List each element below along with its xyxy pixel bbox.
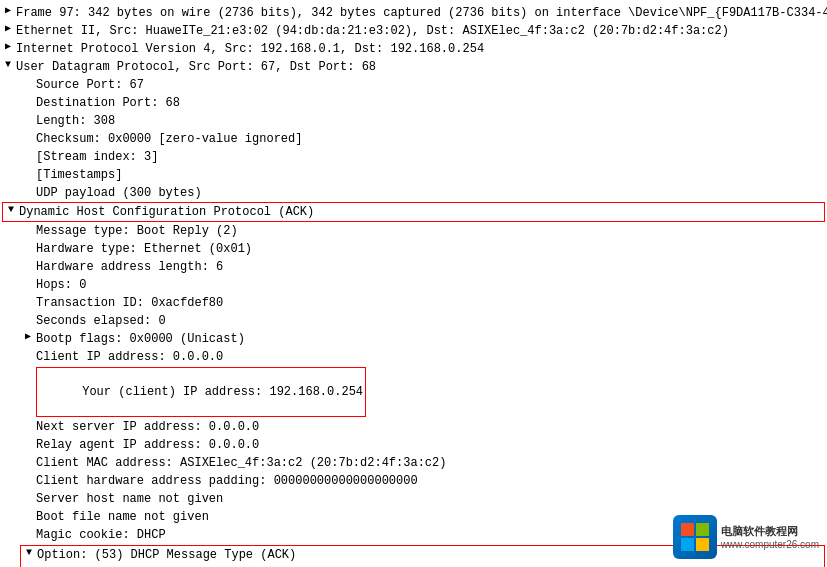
dhcp-section-box: ▼ Dynamic Host Configuration Protocol (A… <box>2 202 825 222</box>
relay-line: ▶ Relay agent IP address: 0.0.0.0 <box>0 436 827 454</box>
your-ip-line: ▶ Your (client) IP address: 192.168.0.25… <box>0 366 827 418</box>
hops-line: ▶ Hops: 0 <box>0 276 827 294</box>
msg-type-line: ▶ Message type: Boot Reply (2) <box>0 222 827 240</box>
timestamps-line: ▶ [Timestamps] <box>0 166 827 184</box>
dhcp-header-line[interactable]: ▼ Dynamic Host Configuration Protocol (A… <box>3 203 824 221</box>
dhcp-header-text: Dynamic Host Configuration Protocol (ACK… <box>19 204 314 220</box>
client-hw-pad-line: ▶ Client hardware address padding: 00000… <box>0 472 827 490</box>
relay-text: Relay agent IP address: 0.0.0.0 <box>36 437 259 453</box>
frame-text: Frame 97: 342 bytes on wire (2736 bits),… <box>16 5 827 21</box>
src-port-line: ▶ Source Port: 67 <box>0 76 827 94</box>
watermark-logo <box>673 515 717 559</box>
hw-type-text: Hardware type: Ethernet (0x01) <box>36 241 252 257</box>
expand-icon-ethernet[interactable]: ▶ <box>2 23 14 35</box>
expand-icon-bootp[interactable]: ▶ <box>22 331 34 343</box>
your-ip-text: Your (client) IP address: 192.168.0.254 <box>82 385 363 399</box>
expand-icon-dhcp[interactable]: ▼ <box>5 204 17 216</box>
expand-icon-udp[interactable]: ▼ <box>2 59 14 71</box>
your-ip-box: Your (client) IP address: 192.168.0.254 <box>36 367 366 417</box>
watermark-url: www.computer26.com <box>721 539 819 550</box>
udp-text: User Datagram Protocol, Src Port: 67, Ds… <box>16 59 376 75</box>
bootp-text: Bootp flags: 0x0000 (Unicast) <box>36 331 245 347</box>
boot-file-text: Boot file name not given <box>36 509 209 525</box>
client-hw-pad-text: Client hardware address padding: 0000000… <box>36 473 418 489</box>
stream-line: ▶ [Stream index: 3] <box>0 148 827 166</box>
client-mac-line: ▶ Client MAC address: ASIXElec_4f:3a:c2 … <box>0 454 827 472</box>
stream-text: [Stream index: 3] <box>36 149 158 165</box>
magic-text: Magic cookie: DHCP <box>36 527 166 543</box>
watermark-text-block: 电脑软件教程网 www.computer26.com <box>721 524 819 550</box>
watermark: 电脑软件教程网 www.computer26.com <box>673 515 819 559</box>
udp-payload-line: ▶ UDP payload (300 bytes) <box>0 184 827 202</box>
windows-logo-icon <box>679 521 711 553</box>
client-ip-text: Client IP address: 0.0.0.0 <box>36 349 223 365</box>
opt53-text: Option: (53) DHCP Message Type (ACK) <box>37 547 296 563</box>
packet-tree: ▶ Frame 97: 342 bytes on wire (2736 bits… <box>0 0 827 567</box>
svg-rect-3 <box>696 538 709 551</box>
timestamps-text: [Timestamps] <box>36 167 122 183</box>
next-server-line: ▶ Next server IP address: 0.0.0.0 <box>0 418 827 436</box>
svg-rect-1 <box>696 523 709 536</box>
frame-line[interactable]: ▶ Frame 97: 342 bytes on wire (2736 bits… <box>0 4 827 22</box>
hw-type-line: ▶ Hardware type: Ethernet (0x01) <box>0 240 827 258</box>
dst-port-line: ▶ Destination Port: 68 <box>0 94 827 112</box>
length-text: Length: 308 <box>36 113 115 129</box>
expand-icon-frame[interactable]: ▶ <box>2 5 14 17</box>
expand-icon-opt53[interactable]: ▼ <box>23 547 35 559</box>
msg-type-text: Message type: Boot Reply (2) <box>36 223 238 239</box>
seconds-text: Seconds elapsed: 0 <box>36 313 166 329</box>
svg-rect-2 <box>681 538 694 551</box>
length-line: ▶ Length: 308 <box>0 112 827 130</box>
ip-line[interactable]: ▶ Internet Protocol Version 4, Src: 192.… <box>0 40 827 58</box>
ip-text: Internet Protocol Version 4, Src: 192.16… <box>16 41 484 57</box>
checksum-line: ▶ Checksum: 0x0000 [zero-value ignored] <box>0 130 827 148</box>
dst-port-text: Destination Port: 68 <box>36 95 180 111</box>
udp-payload-text: UDP payload (300 bytes) <box>36 185 202 201</box>
client-ip-line: ▶ Client IP address: 0.0.0.0 <box>0 348 827 366</box>
udp-line[interactable]: ▼ User Datagram Protocol, Src Port: 67, … <box>0 58 827 76</box>
hw-len-line: ▶ Hardware address length: 6 <box>0 258 827 276</box>
expand-icon-ip[interactable]: ▶ <box>2 41 14 53</box>
watermark-site: 电脑软件教程网 <box>721 524 819 539</box>
client-mac-text: Client MAC address: ASIXElec_4f:3a:c2 (2… <box>36 455 446 471</box>
transaction-line: ▶ Transaction ID: 0xacfdef80 <box>0 294 827 312</box>
server-host-line: ▶ Server host name not given <box>0 490 827 508</box>
ethernet-line[interactable]: ▶ Ethernet II, Src: HuaweITe_21:e3:02 (9… <box>0 22 827 40</box>
server-host-text: Server host name not given <box>36 491 223 507</box>
hops-text: Hops: 0 <box>36 277 86 293</box>
src-port-text: Source Port: 67 <box>36 77 144 93</box>
bootp-line[interactable]: ▶ Bootp flags: 0x0000 (Unicast) <box>0 330 827 348</box>
seconds-line: ▶ Seconds elapsed: 0 <box>0 312 827 330</box>
transaction-text: Transaction ID: 0xacfdef80 <box>36 295 223 311</box>
svg-rect-0 <box>681 523 694 536</box>
checksum-text: Checksum: 0x0000 [zero-value ignored] <box>36 131 302 147</box>
ethernet-text: Ethernet II, Src: HuaweITe_21:e3:02 (94:… <box>16 23 729 39</box>
hw-len-text: Hardware address length: 6 <box>36 259 223 275</box>
next-server-text: Next server IP address: 0.0.0.0 <box>36 419 259 435</box>
